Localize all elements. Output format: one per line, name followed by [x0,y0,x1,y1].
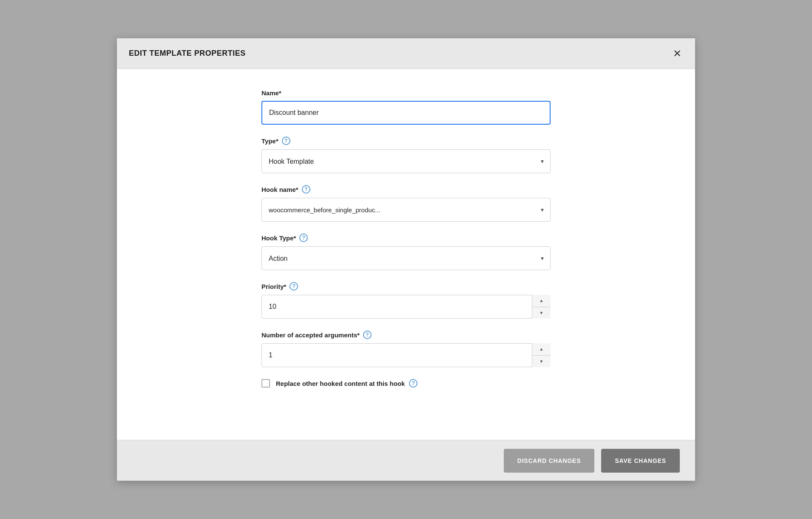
replace-label[interactable]: Replace other hooked content at this hoo… [276,379,417,388]
replace-help-icon[interactable]: ? [409,379,417,388]
form-container: Name* Type* ? Hook Template Standard Tem… [261,89,551,399]
args-input[interactable] [261,343,551,367]
args-label: Number of accepted arguments* ? [261,331,551,339]
args-spin-up-button[interactable]: ▲ [532,343,551,356]
priority-label: Priority* ? [261,282,551,291]
hook-type-select[interactable]: Action Filter [261,246,551,270]
modal-footer: DISCARD CHANGES SAVE CHANGES [117,440,695,481]
discard-changes-button[interactable]: DISCARD CHANGES [504,449,595,473]
hook-type-label: Hook Type* ? [261,234,551,242]
name-input[interactable] [261,101,551,125]
type-field-group: Type* ? Hook Template Standard Template … [261,137,551,173]
modal-body: Name* Type* ? Hook Template Standard Tem… [117,69,695,440]
hook-type-select-wrapper: Action Filter ▾ [261,246,551,270]
modal-header: EDIT TEMPLATE PROPERTIES ✕ [117,38,695,69]
priority-help-icon[interactable]: ? [290,282,298,291]
args-field-group: Number of accepted arguments* ? ▲ ▼ [261,331,551,367]
hook-name-select-wrapper: woocommerce_before_single_produc... ▾ [261,198,551,222]
args-input-wrapper: ▲ ▼ [261,343,551,367]
hook-name-help-icon[interactable]: ? [302,185,310,194]
hook-name-label: Hook name* ? [261,185,551,194]
hook-type-field-group: Hook Type* ? Action Filter ▾ [261,234,551,270]
args-spin-down-button[interactable]: ▼ [532,356,551,368]
replace-checkbox[interactable] [261,379,270,388]
close-button[interactable]: ✕ [671,47,683,60]
modal-dialog: EDIT TEMPLATE PROPERTIES ✕ Name* Type* ? [117,38,695,481]
args-spin-buttons: ▲ ▼ [532,343,551,367]
priority-spin-buttons: ▲ ▼ [532,295,551,319]
save-changes-button[interactable]: SAVE CHANGES [601,449,680,473]
args-help-icon[interactable]: ? [363,331,372,339]
priority-field-group: Priority* ? ▲ ▼ [261,282,551,319]
priority-spin-down-button[interactable]: ▼ [532,307,551,319]
replace-checkbox-group: Replace other hooked content at this hoo… [261,379,551,388]
hook-name-field-group: Hook name* ? woocommerce_before_single_p… [261,185,551,222]
name-field-group: Name* [261,89,551,125]
priority-input[interactable] [261,295,551,319]
priority-input-wrapper: ▲ ▼ [261,295,551,319]
type-select[interactable]: Hook Template Standard Template [261,149,551,173]
priority-spin-up-button[interactable]: ▲ [532,295,551,307]
name-label: Name* [261,89,551,97]
modal-overlay: EDIT TEMPLATE PROPERTIES ✕ Name* Type* ? [0,0,812,519]
modal-title: EDIT TEMPLATE PROPERTIES [129,49,246,58]
type-label: Type* ? [261,137,551,145]
hook-name-select[interactable]: woocommerce_before_single_produc... [261,198,551,222]
type-help-icon[interactable]: ? [282,137,290,145]
type-select-wrapper: Hook Template Standard Template ▾ [261,149,551,173]
hook-type-help-icon[interactable]: ? [299,234,308,242]
